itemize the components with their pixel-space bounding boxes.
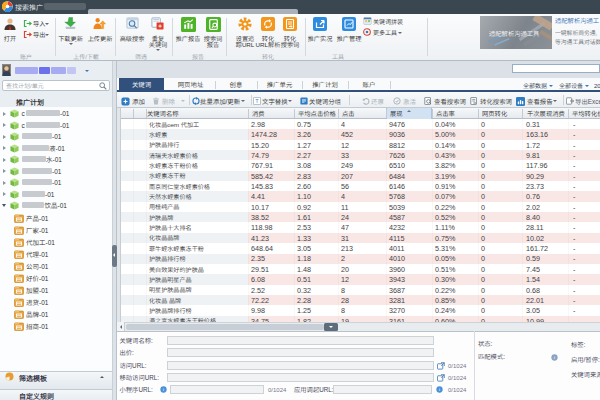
svg-text:T: T xyxy=(255,98,259,104)
